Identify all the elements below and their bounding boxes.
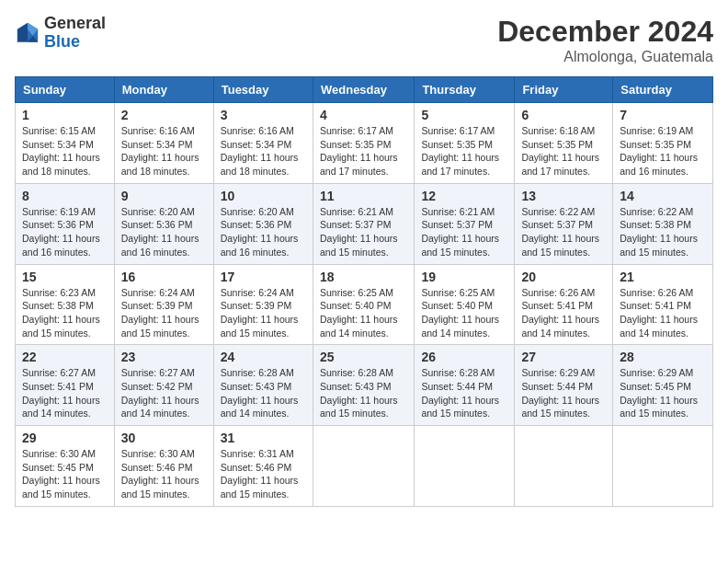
header-sunday: Sunday <box>16 77 115 103</box>
cell-content: Sunrise: 6:20 AMSunset: 5:36 PMDaylight:… <box>221 206 299 258</box>
cell-content: Sunrise: 6:21 AMSunset: 5:37 PMDaylight:… <box>320 206 398 258</box>
cell-content: Sunrise: 6:15 AMSunset: 5:34 PMDaylight:… <box>22 125 100 177</box>
svg-marker-1 <box>17 23 28 42</box>
header-saturday: Saturday <box>613 77 713 103</box>
day-number: 8 <box>22 189 108 203</box>
calendar-cell: 8 Sunrise: 6:19 AMSunset: 5:36 PMDayligh… <box>16 183 115 264</box>
day-number: 12 <box>421 189 507 203</box>
day-number: 19 <box>421 270 507 284</box>
calendar-header: Sunday Monday Tuesday Wednesday Thursday… <box>16 77 713 103</box>
day-number: 24 <box>221 350 306 364</box>
calendar-cell: 20 Sunrise: 6:26 AMSunset: 5:41 PMDaylig… <box>515 264 613 345</box>
calendar-cell: 6 Sunrise: 6:18 AMSunset: 5:35 PMDayligh… <box>515 103 613 184</box>
cell-content: Sunrise: 6:17 AMSunset: 5:35 PMDaylight:… <box>421 125 499 177</box>
cell-content: Sunrise: 6:26 AMSunset: 5:41 PMDaylight:… <box>620 287 698 339</box>
cell-content: Sunrise: 6:28 AMSunset: 5:43 PMDaylight:… <box>221 367 299 419</box>
day-number: 28 <box>620 350 706 364</box>
cell-content: Sunrise: 6:28 AMSunset: 5:43 PMDaylight:… <box>320 367 398 419</box>
calendar-cell: 2 Sunrise: 6:16 AMSunset: 5:34 PMDayligh… <box>114 103 213 184</box>
calendar-cell <box>515 426 613 507</box>
day-number: 11 <box>320 189 407 203</box>
page-header: General Blue December 2024 Almolonga, Gu… <box>15 15 713 65</box>
calendar-cell: 26 Sunrise: 6:28 AMSunset: 5:44 PMDaylig… <box>415 345 515 426</box>
logo-general: General <box>44 15 106 33</box>
cell-content: Sunrise: 6:19 AMSunset: 5:36 PMDaylight:… <box>22 206 100 258</box>
header-thursday: Thursday <box>415 77 515 103</box>
day-number: 20 <box>521 270 606 284</box>
calendar-cell: 9 Sunrise: 6:20 AMSunset: 5:36 PMDayligh… <box>114 183 213 264</box>
cell-content: Sunrise: 6:29 AMSunset: 5:44 PMDaylight:… <box>521 367 599 419</box>
week-row-4: 22 Sunrise: 6:27 AMSunset: 5:41 PMDaylig… <box>16 345 713 426</box>
day-number: 15 <box>22 270 108 284</box>
cell-content: Sunrise: 6:27 AMSunset: 5:42 PMDaylight:… <box>121 367 199 419</box>
calendar-cell: 17 Sunrise: 6:24 AMSunset: 5:39 PMDaylig… <box>213 264 313 345</box>
logo-text: General Blue <box>44 15 106 52</box>
day-number: 10 <box>221 189 306 203</box>
cell-content: Sunrise: 6:26 AMSunset: 5:41 PMDaylight:… <box>521 287 599 339</box>
calendar-cell <box>415 426 515 507</box>
cell-content: Sunrise: 6:24 AMSunset: 5:39 PMDaylight:… <box>221 287 299 339</box>
calendar-cell: 22 Sunrise: 6:27 AMSunset: 5:41 PMDaylig… <box>16 345 115 426</box>
day-number: 16 <box>121 270 207 284</box>
day-number: 2 <box>121 108 207 122</box>
calendar-cell: 23 Sunrise: 6:27 AMSunset: 5:42 PMDaylig… <box>114 345 213 426</box>
location-title: Almolonga, Guatemala <box>497 49 713 65</box>
calendar-cell <box>313 426 414 507</box>
day-number: 22 <box>22 350 108 364</box>
title-block: December 2024 Almolonga, Guatemala <box>497 15 713 65</box>
calendar-cell: 19 Sunrise: 6:25 AMSunset: 5:40 PMDaylig… <box>415 264 515 345</box>
header-monday: Monday <box>114 77 213 103</box>
header-row: Sunday Monday Tuesday Wednesday Thursday… <box>16 77 713 103</box>
calendar-cell: 29 Sunrise: 6:30 AMSunset: 5:45 PMDaylig… <box>16 426 115 507</box>
calendar-cell: 13 Sunrise: 6:22 AMSunset: 5:37 PMDaylig… <box>515 183 613 264</box>
calendar-cell: 25 Sunrise: 6:28 AMSunset: 5:43 PMDaylig… <box>313 345 414 426</box>
cell-content: Sunrise: 6:30 AMSunset: 5:45 PMDaylight:… <box>22 448 100 500</box>
cell-content: Sunrise: 6:31 AMSunset: 5:46 PMDaylight:… <box>221 448 299 500</box>
calendar-cell <box>613 426 713 507</box>
day-number: 29 <box>22 431 108 445</box>
day-number: 14 <box>620 189 706 203</box>
cell-content: Sunrise: 6:30 AMSunset: 5:46 PMDaylight:… <box>121 448 199 500</box>
day-number: 21 <box>620 270 706 284</box>
month-title: December 2024 <box>497 15 713 49</box>
calendar-table: Sunday Monday Tuesday Wednesday Thursday… <box>15 76 713 507</box>
calendar-cell: 18 Sunrise: 6:25 AMSunset: 5:40 PMDaylig… <box>313 264 414 345</box>
day-number: 3 <box>221 108 306 122</box>
day-number: 9 <box>121 189 207 203</box>
calendar-cell: 31 Sunrise: 6:31 AMSunset: 5:46 PMDaylig… <box>213 426 313 507</box>
calendar-cell: 24 Sunrise: 6:28 AMSunset: 5:43 PMDaylig… <box>213 345 313 426</box>
week-row-3: 15 Sunrise: 6:23 AMSunset: 5:38 PMDaylig… <box>16 264 713 345</box>
week-row-1: 1 Sunrise: 6:15 AMSunset: 5:34 PMDayligh… <box>16 103 713 184</box>
cell-content: Sunrise: 6:23 AMSunset: 5:38 PMDaylight:… <box>22 287 100 339</box>
calendar-cell: 10 Sunrise: 6:20 AMSunset: 5:36 PMDaylig… <box>213 183 313 264</box>
cell-content: Sunrise: 6:18 AMSunset: 5:35 PMDaylight:… <box>521 125 599 177</box>
day-number: 7 <box>620 108 706 122</box>
calendar-cell: 12 Sunrise: 6:21 AMSunset: 5:37 PMDaylig… <box>415 183 515 264</box>
cell-content: Sunrise: 6:22 AMSunset: 5:38 PMDaylight:… <box>620 206 698 258</box>
cell-content: Sunrise: 6:25 AMSunset: 5:40 PMDaylight:… <box>421 287 499 339</box>
calendar-cell: 16 Sunrise: 6:24 AMSunset: 5:39 PMDaylig… <box>114 264 213 345</box>
cell-content: Sunrise: 6:20 AMSunset: 5:36 PMDaylight:… <box>121 206 199 258</box>
calendar-cell: 3 Sunrise: 6:16 AMSunset: 5:34 PMDayligh… <box>213 103 313 184</box>
day-number: 5 <box>421 108 507 122</box>
header-friday: Friday <box>515 77 613 103</box>
cell-content: Sunrise: 6:25 AMSunset: 5:40 PMDaylight:… <box>320 287 398 339</box>
day-number: 1 <box>22 108 108 122</box>
cell-content: Sunrise: 6:16 AMSunset: 5:34 PMDaylight:… <box>221 125 299 177</box>
day-number: 25 <box>320 350 407 364</box>
cell-content: Sunrise: 6:22 AMSunset: 5:37 PMDaylight:… <box>521 206 599 258</box>
cell-content: Sunrise: 6:21 AMSunset: 5:37 PMDaylight:… <box>421 206 499 258</box>
logo: General Blue <box>15 15 106 52</box>
day-number: 13 <box>521 189 606 203</box>
header-wednesday: Wednesday <box>313 77 414 103</box>
cell-content: Sunrise: 6:16 AMSunset: 5:34 PMDaylight:… <box>121 125 199 177</box>
day-number: 26 <box>421 350 507 364</box>
cell-content: Sunrise: 6:24 AMSunset: 5:39 PMDaylight:… <box>121 287 199 339</box>
cell-content: Sunrise: 6:17 AMSunset: 5:35 PMDaylight:… <box>320 125 398 177</box>
day-number: 30 <box>121 431 207 445</box>
calendar-cell: 27 Sunrise: 6:29 AMSunset: 5:44 PMDaylig… <box>515 345 613 426</box>
cell-content: Sunrise: 6:29 AMSunset: 5:45 PMDaylight:… <box>620 367 698 419</box>
day-number: 6 <box>521 108 606 122</box>
header-tuesday: Tuesday <box>213 77 313 103</box>
day-number: 27 <box>521 350 606 364</box>
